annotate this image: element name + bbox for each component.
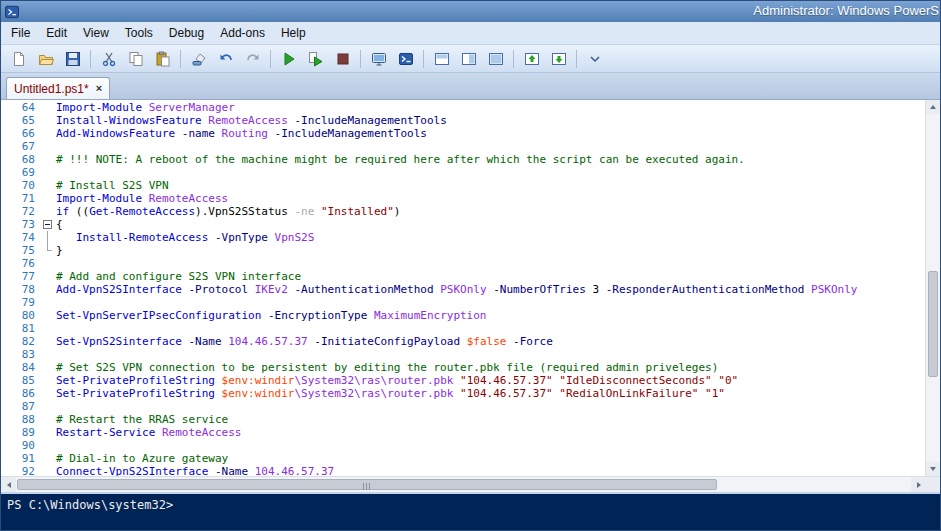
save-script-button[interactable] bbox=[60, 47, 85, 70]
vertical-scrollbar[interactable] bbox=[925, 100, 940, 476]
toolbar-separator bbox=[360, 50, 361, 68]
show-script-pane-maximized-icon bbox=[488, 51, 504, 67]
clear-console-button[interactable] bbox=[186, 47, 211, 70]
show-script-pane-right-button[interactable] bbox=[456, 47, 481, 70]
code-line: 78Add-VpnS2SInterface -Protocol IKEv2 -A… bbox=[1, 283, 925, 296]
vscroll-thumb[interactable] bbox=[928, 271, 938, 377]
horizontal-scrollbar[interactable] bbox=[1, 476, 940, 492]
vscroll-up-arrow[interactable] bbox=[926, 100, 940, 114]
line-number: 86 bbox=[1, 387, 40, 400]
toolbar-separator bbox=[180, 50, 181, 68]
code-line: 76 bbox=[1, 257, 925, 270]
code-text: # Dial-in to Azure gateway bbox=[56, 452, 228, 465]
line-number: 70 bbox=[1, 179, 40, 192]
code-text: Import-Module ServerManager bbox=[56, 101, 235, 114]
tab-close-icon[interactable]: × bbox=[96, 83, 102, 94]
new-remote-powershell-tab-button[interactable] bbox=[366, 47, 391, 70]
code-text: Install-WindowsFeature RemoteAccess -Inc… bbox=[56, 114, 447, 127]
script-pane-up-button[interactable] bbox=[519, 47, 544, 70]
hscroll-thumb[interactable] bbox=[17, 479, 717, 490]
fold-margin bbox=[40, 361, 56, 374]
line-number: 75 bbox=[1, 244, 40, 257]
toolbar-separator bbox=[270, 50, 271, 68]
code-text: Set-VpnServerIPsecConfiguration -Encrypt… bbox=[56, 309, 487, 322]
line-number: 66 bbox=[1, 127, 40, 140]
menu-view[interactable]: View bbox=[75, 23, 117, 43]
fold-margin bbox=[40, 426, 56, 439]
fold-margin bbox=[40, 439, 56, 452]
toolbar-separator bbox=[90, 50, 91, 68]
line-number: 76 bbox=[1, 257, 40, 270]
save-script-icon bbox=[65, 51, 81, 67]
fold-margin bbox=[40, 413, 56, 426]
title-bar: Administrator: Windows PowerS bbox=[1, 1, 940, 22]
menu-tools[interactable]: Tools bbox=[117, 23, 161, 43]
line-number: 80 bbox=[1, 309, 40, 322]
paste-button[interactable] bbox=[150, 47, 175, 70]
script-pane: 64Import-Module ServerManager65Install-W… bbox=[1, 100, 940, 492]
copy-button[interactable] bbox=[123, 47, 148, 70]
tab-untitled1[interactable]: Untitled1.ps1* × bbox=[6, 77, 110, 99]
new-script-button[interactable] bbox=[6, 47, 31, 70]
line-number: 69 bbox=[1, 166, 40, 179]
script-pane-down-icon bbox=[551, 51, 567, 67]
hscroll-right-arrow[interactable] bbox=[911, 477, 926, 492]
show-script-pane-maximized-button[interactable] bbox=[483, 47, 508, 70]
line-number: 85 bbox=[1, 374, 40, 387]
fold-margin bbox=[40, 296, 56, 309]
line-number: 83 bbox=[1, 348, 40, 361]
code-text: if ((Get-RemoteAccess).VpnS2SStatus -ne … bbox=[56, 205, 400, 218]
run-script-button[interactable] bbox=[276, 47, 301, 70]
code-text: Import-Module RemoteAccess bbox=[56, 192, 228, 205]
scrollbar-corner bbox=[926, 477, 940, 492]
line-number: 77 bbox=[1, 270, 40, 283]
menu-addons[interactable]: Add-ons bbox=[212, 23, 273, 43]
undo-icon bbox=[218, 51, 234, 67]
code-line: 92Connect-VpnS2SInterface -Name 104.46.5… bbox=[1, 465, 925, 476]
window-title: Administrator: Windows PowerS bbox=[753, 3, 939, 18]
hscroll-track[interactable] bbox=[16, 477, 911, 492]
show-script-pane-top-button[interactable] bbox=[429, 47, 454, 70]
code-line: 75} bbox=[1, 244, 925, 257]
tab-strip: Untitled1.ps1* × bbox=[1, 73, 940, 100]
fold-margin bbox=[40, 114, 56, 127]
tab-label: Untitled1.ps1* bbox=[14, 82, 89, 96]
menu-help[interactable]: Help bbox=[273, 23, 314, 43]
vscroll-track[interactable] bbox=[926, 114, 940, 462]
console-pane[interactable]: PS C:\Windows\system32> bbox=[1, 494, 940, 530]
code-text: Set-PrivateProfileString $env:windir\Sys… bbox=[56, 374, 738, 387]
open-script-button[interactable] bbox=[33, 47, 58, 70]
start-powershell-button[interactable] bbox=[393, 47, 418, 70]
fold-margin bbox=[40, 400, 56, 413]
powershell-window-icon bbox=[5, 5, 19, 19]
fold-margin bbox=[40, 374, 56, 387]
line-number: 79 bbox=[1, 296, 40, 309]
menu-debug[interactable]: Debug bbox=[161, 23, 212, 43]
undo-button[interactable] bbox=[213, 47, 238, 70]
code-line: 83 bbox=[1, 348, 925, 361]
code-line: 91# Dial-in to Azure gateway bbox=[1, 452, 925, 465]
fold-marker bbox=[40, 231, 56, 244]
menu-file[interactable]: File bbox=[3, 23, 38, 43]
paste-icon bbox=[155, 51, 171, 67]
editor-lines[interactable]: 64Import-Module ServerManager65Install-W… bbox=[1, 100, 925, 476]
toolbar-overflow-button[interactable] bbox=[582, 47, 607, 70]
redo-button[interactable] bbox=[240, 47, 265, 70]
script-pane-down-button[interactable] bbox=[546, 47, 571, 70]
vscroll-down-arrow[interactable] bbox=[926, 462, 940, 476]
line-number: 90 bbox=[1, 439, 40, 452]
run-selection-button[interactable] bbox=[303, 47, 328, 70]
code-line: 69 bbox=[1, 166, 925, 179]
stop-operation-button[interactable] bbox=[330, 47, 355, 70]
cut-button[interactable] bbox=[96, 47, 121, 70]
code-line: 66Add-WindowsFeature -name Routing -Incl… bbox=[1, 127, 925, 140]
code-line: 85Set-PrivateProfileString $env:windir\S… bbox=[1, 374, 925, 387]
menu-edit[interactable]: Edit bbox=[38, 23, 75, 43]
line-number: 91 bbox=[1, 452, 40, 465]
fold-marker[interactable] bbox=[40, 218, 56, 231]
fold-margin bbox=[40, 335, 56, 348]
code-text: Set-VpnS2Sinterface -Name 104.46.57.37 -… bbox=[56, 335, 553, 348]
code-line: 89Restart-Service RemoteAccess bbox=[1, 426, 925, 439]
code-line: 64Import-Module ServerManager bbox=[1, 101, 925, 114]
hscroll-left-arrow[interactable] bbox=[1, 477, 16, 492]
